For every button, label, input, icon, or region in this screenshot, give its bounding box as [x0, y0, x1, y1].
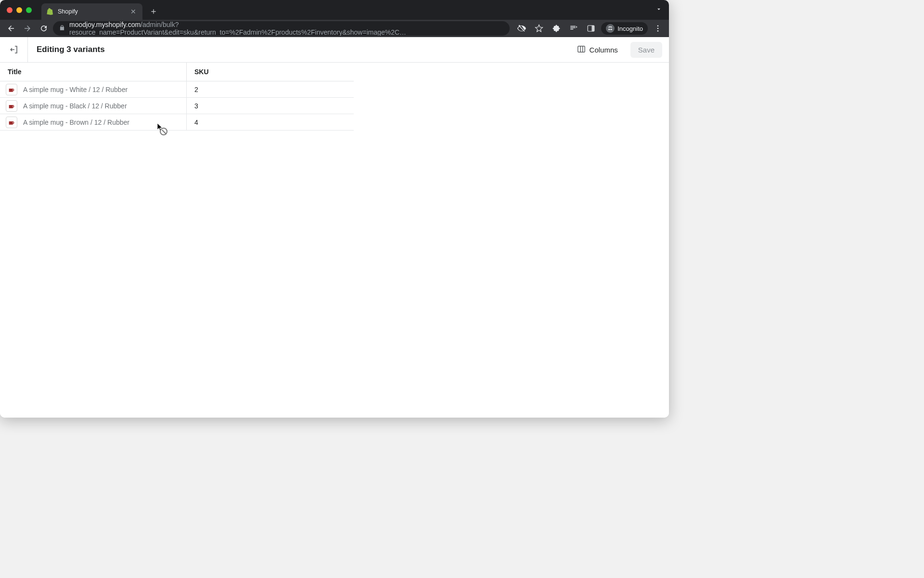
toolbar-right-icons: Incognito — [514, 21, 665, 36]
nav-back-button[interactable] — [4, 21, 18, 36]
product-thumbnail — [6, 84, 17, 95]
incognito-chip[interactable]: Incognito — [601, 22, 648, 35]
sku-cell[interactable]: 3 — [187, 98, 354, 114]
svg-point-2 — [657, 25, 659, 26]
columns-icon — [577, 45, 586, 55]
product-thumbnail — [6, 117, 17, 128]
svg-rect-1 — [592, 26, 594, 31]
title-cell[interactable]: A simple mug - Brown / 12 / Rubber — [0, 114, 187, 130]
nav-reload-button[interactable] — [37, 21, 51, 36]
table-row: A simple mug - Brown / 12 / Rubber 4 — [0, 114, 354, 131]
window-close-button[interactable] — [7, 7, 13, 13]
page-content: Editing 3 variants Columns Save Title SK… — [0, 37, 669, 418]
sku-cell[interactable]: 2 — [187, 81, 354, 97]
exit-button[interactable] — [0, 37, 28, 62]
variant-title: A simple mug - White / 12 / Rubber — [23, 86, 128, 93]
grid-header-row: Title SKU — [0, 63, 354, 81]
tab-strip: Shopify ✕ ＋ — [0, 0, 669, 20]
sku-cell[interactable]: 4 — [187, 114, 354, 130]
nav-forward-button[interactable] — [20, 21, 35, 36]
variant-title: A simple mug - Black / 12 / Rubber — [23, 102, 127, 110]
window-controls — [7, 7, 32, 13]
table-row: A simple mug - White / 12 / Rubber 2 — [0, 81, 354, 98]
star-icon[interactable] — [532, 21, 546, 36]
window-minimize-button[interactable] — [16, 7, 22, 13]
address-bar[interactable]: moodjoy.myshopify.com/admin/bulk?resourc… — [53, 21, 510, 36]
new-tab-button[interactable]: ＋ — [149, 5, 158, 17]
window-maximize-button[interactable] — [26, 7, 32, 13]
incognito-icon — [606, 24, 615, 33]
product-thumbnail — [6, 100, 17, 112]
page-title: Editing 3 variants — [37, 45, 572, 54]
svg-point-3 — [657, 28, 659, 29]
title-cell[interactable]: A simple mug - Black / 12 / Rubber — [0, 98, 187, 114]
incognito-label: Incognito — [617, 25, 643, 32]
svg-point-4 — [657, 30, 659, 32]
title-cell[interactable]: A simple mug - White / 12 / Rubber — [0, 81, 187, 97]
tabs-dropdown-icon[interactable] — [655, 6, 662, 14]
bulk-edit-grid: Title SKU A simple mug - White / 12 / Ru… — [0, 63, 354, 131]
kebab-menu-icon[interactable] — [651, 21, 665, 36]
variant-title: A simple mug - Brown / 12 / Rubber — [23, 118, 129, 126]
page-header: Editing 3 variants Columns Save — [0, 37, 669, 63]
side-panel-icon[interactable] — [584, 21, 598, 36]
columns-label: Columns — [590, 46, 618, 54]
browser-window: Shopify ✕ ＋ moodjoy.myshopify.com/admin/… — [0, 0, 669, 418]
extensions-icon[interactable] — [549, 21, 564, 36]
column-header-sku[interactable]: SKU — [187, 63, 354, 81]
eye-off-icon[interactable] — [514, 21, 529, 36]
column-header-title[interactable]: Title — [0, 63, 187, 81]
reading-list-icon[interactable] — [566, 21, 581, 36]
tab-close-button[interactable]: ✕ — [129, 7, 138, 16]
lock-icon — [59, 25, 65, 33]
browser-toolbar: moodjoy.myshopify.com/admin/bulk?resourc… — [0, 20, 669, 37]
shopify-favicon-icon — [46, 8, 54, 15]
save-button[interactable]: Save — [630, 42, 662, 58]
columns-button[interactable]: Columns — [572, 42, 623, 58]
browser-tab-title: Shopify — [58, 8, 125, 15]
url-host: moodjoy.myshopify.com — [69, 21, 141, 28]
svg-rect-5 — [578, 46, 584, 52]
table-row: A simple mug - Black / 12 / Rubber 3 — [0, 98, 354, 114]
browser-tab[interactable]: Shopify ✕ — [41, 3, 142, 20]
